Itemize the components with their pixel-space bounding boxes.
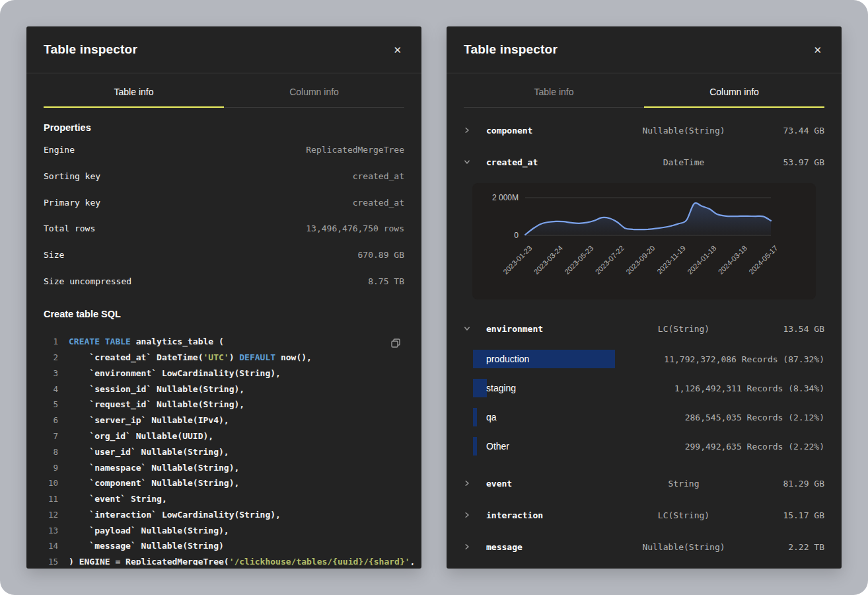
- property-value: 8.75 TB: [368, 276, 404, 286]
- column-row-environment[interactable]: environmentLC(String)13.54 GB: [464, 313, 824, 344]
- x-tick-label: 2023-09-20: [624, 244, 656, 276]
- copy-sql-button[interactable]: [387, 335, 404, 352]
- sql-code-text: `component` Nullable(String),: [69, 475, 239, 491]
- sql-code-text: `user_id` Nullable(String),: [69, 444, 229, 460]
- column-expand-toggle[interactable]: [464, 512, 480, 518]
- line-number: 5: [44, 397, 58, 413]
- value-label: Other: [486, 441, 509, 452]
- value-label: production: [486, 354, 529, 364]
- value-row-qa: qa286,545,035 Records (2.12%): [464, 403, 824, 432]
- column-name: event: [480, 479, 616, 489]
- line-number: 1: [44, 334, 58, 350]
- area-fill: [525, 203, 771, 235]
- column-type: Nullable(String): [616, 126, 752, 136]
- column-expand-toggle[interactable]: [464, 480, 480, 487]
- column-name: created_at: [480, 157, 616, 167]
- sql-segment: `user_id` Nullable(String),: [69, 447, 229, 457]
- table-inspector-dialog-column-info: Table inspector ✕ Table info Column info…: [447, 26, 842, 569]
- sql-code-line: 9 `namespace` Nullable(String),: [44, 460, 404, 476]
- line-number: 13: [44, 523, 58, 539]
- tab-column-info[interactable]: Column info: [224, 73, 404, 108]
- sql-code-text: `environment` LowCardinality(String),: [69, 366, 281, 381]
- sql-code-text: `org_id` Nullable(UUID),: [69, 428, 213, 444]
- properties-list: EngineReplicatedMergeTreeSorting keycrea…: [44, 137, 404, 294]
- sql-segment: 'UTC': [203, 352, 229, 362]
- column-expand-toggle[interactable]: [464, 325, 480, 332]
- created-at-distribution-chart: 2 000M02023-01-232023-03-242023-05-23202…: [472, 183, 816, 299]
- sql-code-line: 8 `user_id` Nullable(String),: [44, 444, 404, 460]
- sql-segment: `server_ip` Nullable(IPv4),: [69, 415, 229, 425]
- sql-code-line: 1CREATE TABLE analytics_table (: [44, 334, 404, 350]
- sql-segment: `org_id` Nullable(UUID),: [69, 431, 213, 441]
- line-number: 3: [44, 366, 58, 381]
- value-bar: [473, 379, 487, 397]
- value-row-staging: staging1,126,492,311 Records (8.34%): [464, 374, 824, 403]
- column-name: interaction: [480, 510, 616, 520]
- column-type: String: [616, 479, 752, 489]
- column-value-distribution: production11,792,372,086 Records (87.32%…: [464, 344, 824, 461]
- dialog-title: Table inspector: [44, 42, 137, 57]
- x-tick-label: 2023-11-19: [655, 244, 687, 276]
- sql-code-lines: 1CREATE TABLE analytics_table (2 `create…: [44, 334, 404, 565]
- sql-code-text: `request_id` Nullable(String),: [69, 397, 244, 413]
- x-tick-label: 2023-03-24: [532, 244, 564, 276]
- column-row-interaction[interactable]: interactionLC(String)15.17 GB: [464, 499, 824, 531]
- column-row-created_at[interactable]: created_atDateTime53.97 GB: [464, 146, 824, 178]
- tab-table-info[interactable]: Table info: [464, 73, 644, 108]
- column-row-component[interactable]: componentNullable(String)73.44 GB: [464, 114, 824, 146]
- dialog-title: Table inspector: [464, 42, 558, 57]
- column-size: 2.22 TB: [752, 542, 824, 552]
- sql-segment: '/clickhouse/tables/{uuid}/{shard}': [229, 557, 410, 565]
- sql-segment: now(),: [275, 352, 312, 362]
- value-records: 1,126,492,311 Records (8.34%): [674, 383, 824, 393]
- close-icon: ✕: [813, 44, 822, 56]
- line-number: 8: [44, 444, 58, 460]
- column-row-message[interactable]: messageNullable(String)2.22 TB: [464, 531, 824, 563]
- tab-table-info[interactable]: Table info: [44, 73, 224, 108]
- column-size: 15.17 GB: [752, 510, 824, 520]
- sql-code-line: 10 `component` Nullable(String),: [44, 475, 404, 491]
- sql-segment: `created_at` DateTime(: [69, 352, 203, 362]
- dialog-header: Table inspector ✕: [447, 26, 842, 73]
- line-number: 11: [44, 491, 58, 507]
- chevron-down-icon: [464, 159, 470, 165]
- property-row: Size670.89 GB: [44, 242, 404, 268]
- sql-segment: `interaction` LowCardinality(String),: [69, 510, 281, 520]
- column-row-event[interactable]: eventString81.29 GB: [464, 467, 824, 499]
- x-tick-label: 2024-05-17: [747, 244, 779, 276]
- sql-code-block: 1CREATE TABLE analytics_table (2 `create…: [44, 329, 404, 565]
- sql-segment: CREATE TABLE: [69, 337, 131, 346]
- line-number: 6: [44, 413, 58, 428]
- property-label: Total rows: [44, 223, 95, 233]
- column-expand-toggle[interactable]: [464, 543, 480, 550]
- x-tick-label: 2024-03-18: [717, 244, 748, 276]
- sql-segment: ): [229, 352, 240, 362]
- property-value: 670.89 GB: [358, 250, 404, 260]
- sql-code-text: `event` String,: [69, 491, 167, 507]
- sql-code-line: 3 `environment` LowCardinality(String),: [44, 366, 404, 381]
- sql-segment: ,: [410, 557, 416, 565]
- column-expand-toggle[interactable]: [464, 159, 480, 165]
- x-tick-label: 2024-01-18: [686, 244, 717, 276]
- column-expand-toggle[interactable]: [464, 127, 480, 134]
- sql-code-text: ) ENGINE = ReplicatedMergeTree('/clickho…: [69, 554, 415, 565]
- property-label: Primary key: [44, 198, 100, 208]
- tab-column-info[interactable]: Column info: [644, 73, 824, 108]
- sql-code-line: 13 `payload` Nullable(String),: [44, 523, 404, 539]
- property-value: ReplicatedMergeTree: [306, 145, 404, 155]
- tab-bar: Table info Column info: [447, 73, 842, 108]
- copy-icon: [390, 337, 402, 349]
- chevron-right-icon: [464, 480, 470, 487]
- close-button[interactable]: ✕: [811, 42, 824, 58]
- column-type: LC(String): [616, 324, 752, 334]
- y-tick-label: 2 000M: [492, 193, 519, 202]
- column-size: 13.54 GB: [752, 324, 824, 334]
- sql-code-line: 11 `event` String,: [44, 491, 404, 507]
- close-button[interactable]: ✕: [390, 42, 404, 58]
- property-label: Engine: [44, 145, 75, 155]
- column-size: 53.97 GB: [752, 157, 824, 167]
- close-icon: ✕: [393, 44, 402, 56]
- column-distribution-chart-container: 2 000M02023-01-232023-03-242023-05-23202…: [472, 183, 816, 299]
- sql-code-text: `server_ip` Nullable(IPv4),: [69, 413, 229, 428]
- sql-code-line: 15) ENGINE = ReplicatedMergeTree('/click…: [44, 554, 404, 565]
